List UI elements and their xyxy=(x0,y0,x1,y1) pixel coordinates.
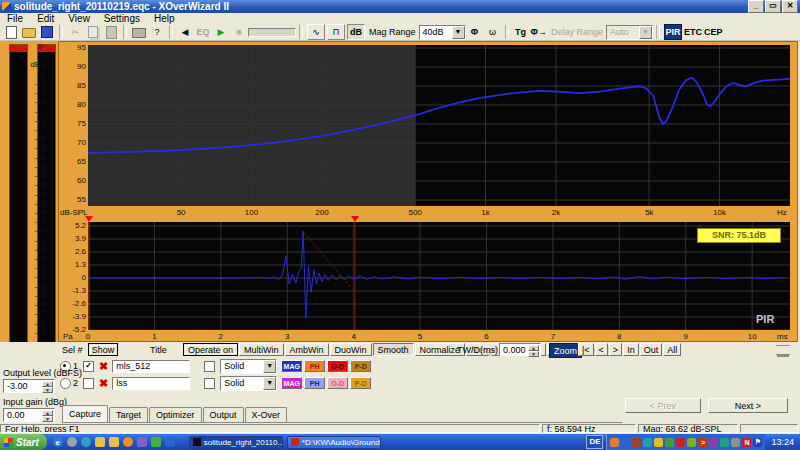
output-level-spinner[interactable]: ▲▼ xyxy=(42,381,53,392)
menu-edit[interactable]: Edit xyxy=(30,13,61,24)
input-gain-spinner[interactable]: ▲▼ xyxy=(42,410,53,421)
channel-1-p-d-button[interactable]: P-D xyxy=(350,360,371,372)
db-button[interactable]: dB xyxy=(347,24,365,40)
tray-icon[interactable] xyxy=(731,438,740,447)
tray-icon[interactable] xyxy=(610,438,619,447)
level-slider[interactable] xyxy=(248,28,296,37)
time-cursor-handle[interactable] xyxy=(351,216,359,222)
phase-button[interactable]: Φ xyxy=(467,25,483,39)
open-file-button[interactable] xyxy=(21,25,37,39)
channel-1-show-checkbox[interactable]: ✓ xyxy=(83,361,94,372)
quicklaunch-icon[interactable] xyxy=(151,437,161,447)
channel-1-title-input[interactable]: mls_512 xyxy=(112,360,190,373)
quicklaunch-icon[interactable] xyxy=(165,437,175,447)
resize-grip[interactable] xyxy=(776,345,790,355)
channel-2-p-d-button[interactable]: P-D xyxy=(350,377,371,389)
mag-window-button[interactable]: ∿ xyxy=(307,24,325,40)
task-window-button[interactable]: solitude_right_20110... xyxy=(189,436,283,449)
tab-xover[interactable]: X-Over xyxy=(245,407,288,422)
tray-icon[interactable]: N xyxy=(742,438,751,447)
channel-1-invert-checkbox[interactable] xyxy=(204,361,215,372)
quicklaunch-icon[interactable] xyxy=(123,437,133,447)
menu-file[interactable]: File xyxy=(0,13,30,24)
tray-icon[interactable] xyxy=(676,438,685,447)
language-indicator[interactable]: DE xyxy=(586,435,603,449)
quicklaunch-icon[interactable] xyxy=(137,437,147,447)
output-level-input[interactable]: -3.00 ▲▼ xyxy=(3,379,55,393)
zoom-All-button[interactable]: All xyxy=(663,343,681,356)
channel-1-mag-button[interactable]: MAG xyxy=(281,360,302,372)
tray-icon[interactable] xyxy=(621,438,630,447)
channel-1-delete-button[interactable]: ✖ xyxy=(99,361,108,372)
quicklaunch-icon[interactable] xyxy=(67,437,77,447)
maximize-button[interactable]: ▭ xyxy=(765,0,781,13)
channel-1-o-d-button[interactable]: O-D xyxy=(327,360,348,372)
zoom--button[interactable]: |< xyxy=(578,343,594,356)
group-delay-button[interactable]: Tg xyxy=(513,25,529,39)
tray-icon[interactable] xyxy=(665,438,674,447)
chevron-down-icon[interactable]: ▼ xyxy=(452,26,465,39)
input-gain-input[interactable]: 0.00 ▲▼ xyxy=(3,408,55,422)
channel-2-invert-checkbox[interactable] xyxy=(204,378,215,389)
context-help-button[interactable]: ? xyxy=(149,25,165,39)
channel-2-delete-button[interactable]: ✖ xyxy=(99,378,108,389)
mute-button[interactable]: ◀ xyxy=(177,25,193,39)
channel-2-style-select[interactable]: Solid▼ xyxy=(220,376,277,391)
quicklaunch-icon[interactable] xyxy=(95,437,105,447)
etc-view-button[interactable]: ETC xyxy=(684,25,702,39)
ambwin-button[interactable]: AmbWin xyxy=(285,343,329,356)
mag-range-select[interactable]: 40dB▼ xyxy=(419,25,466,40)
tray-icon[interactable] xyxy=(720,438,729,447)
channel-1-style-select[interactable]: Solid▼ xyxy=(220,359,277,374)
tray-icon[interactable]: > xyxy=(698,438,707,447)
print-button[interactable] xyxy=(131,25,147,39)
close-button[interactable]: ✕ xyxy=(782,0,798,13)
phase-delay-button[interactable]: Φ→ xyxy=(531,25,547,39)
cep-view-button[interactable]: CEP xyxy=(704,25,723,39)
quicklaunch-icon[interactable] xyxy=(81,437,91,447)
tray-icon[interactable] xyxy=(654,438,663,447)
time-cursor-handle[interactable] xyxy=(85,216,93,222)
operate-on-button[interactable]: Operate on xyxy=(183,343,238,356)
chevron-down-icon[interactable]: ▼ xyxy=(263,377,276,390)
tray-icon[interactable] xyxy=(709,438,718,447)
quicklaunch-icon[interactable] xyxy=(109,437,119,447)
smooth-button[interactable]: Smooth xyxy=(373,343,414,356)
stop-button[interactable]: ■ xyxy=(231,25,247,39)
tab-output[interactable]: Output xyxy=(203,407,244,422)
zoom--button[interactable]: > xyxy=(609,343,622,356)
tab-target[interactable]: Target xyxy=(109,407,148,422)
tray-icon[interactable] xyxy=(632,438,641,447)
show-button[interactable]: Show xyxy=(88,343,118,356)
channel-2-o-d-button[interactable]: O-D xyxy=(327,377,348,389)
save-button[interactable] xyxy=(39,25,55,39)
multiwin-button[interactable]: MultiWin xyxy=(239,343,284,356)
channel-2-radio[interactable] xyxy=(60,378,71,389)
pir-view-button[interactable]: PIR xyxy=(664,24,682,40)
twd-spinner[interactable]: ▲▼ xyxy=(528,345,539,356)
channel-2-ph-button[interactable]: PH xyxy=(304,377,325,389)
new-file-button[interactable] xyxy=(3,25,19,39)
tab-optimizer[interactable]: Optimizer xyxy=(149,407,202,422)
prev-button[interactable]: < Prev xyxy=(625,398,701,413)
twd-input[interactable]: 0.000 ▲▼ xyxy=(499,343,541,356)
zoom-Out-button[interactable]: Out xyxy=(640,343,663,356)
impulse-window-button[interactable]: ⊓ xyxy=(327,24,345,40)
channel-2-title-input[interactable]: lss xyxy=(112,377,190,390)
tab-capture[interactable]: Capture xyxy=(62,405,108,422)
start-button[interactable]: Start xyxy=(0,434,47,450)
menu-help[interactable]: Help xyxy=(147,13,182,24)
tray-icon[interactable]: ⚑ xyxy=(753,438,762,447)
menu-settings[interactable]: Settings xyxy=(97,13,147,24)
channel-1-ph-button[interactable]: PH xyxy=(304,360,325,372)
chevron-down-icon[interactable]: ▼ xyxy=(639,26,652,39)
quicklaunch-icon[interactable]: e xyxy=(53,437,63,447)
channel-2-show-checkbox[interactable] xyxy=(83,378,94,389)
minimize-button[interactable]: _ xyxy=(748,0,764,13)
duowin-button[interactable]: DuoWin xyxy=(330,343,372,356)
next-button[interactable]: Next > xyxy=(708,398,788,413)
phase-wrap-button[interactable]: ω xyxy=(485,25,501,39)
zoom-In-button[interactable]: In xyxy=(623,343,639,356)
play-button[interactable]: ▶ xyxy=(213,25,229,39)
task-window-button[interactable]: *D:\KW\Audio\Groundso... xyxy=(287,436,381,449)
